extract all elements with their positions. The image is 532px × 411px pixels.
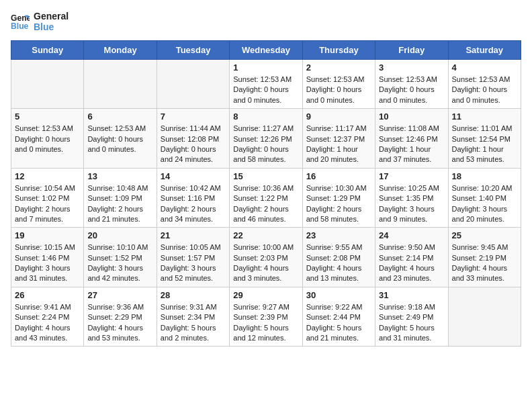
day-info: Sunrise: 10:30 AM Sunset: 1:29 PM Daylig… — [306, 183, 371, 225]
day-number: 1 — [233, 62, 298, 73]
day-number: 20 — [87, 230, 152, 240]
calendar-cell — [157, 60, 229, 109]
day-info: Sunrise: 11:08 AM Sunset: 12:46 PM Dayli… — [379, 124, 444, 165]
day-number: 10 — [379, 111, 444, 122]
calendar-cell: 10Sunrise: 11:08 AM Sunset: 12:46 PM Day… — [375, 109, 448, 169]
day-number: 11 — [452, 111, 517, 122]
calendar-cell: 3Sunset: 12:53 AM Daylight: 0 hours and … — [375, 60, 448, 109]
day-number: 9 — [306, 111, 371, 122]
day-info: Sunrise: 10:10 AM Sunset: 1:52 PM Daylig… — [87, 242, 152, 284]
day-info: Sunrise: 10:48 AM Sunset: 1:09 PM Daylig… — [87, 183, 152, 225]
calendar-cell: 9Sunrise: 11:17 AM Sunset: 12:37 PM Dayl… — [302, 109, 375, 169]
calendar-cell: 16Sunrise: 10:30 AM Sunset: 1:29 PM Dayl… — [302, 168, 375, 228]
weekday-header-monday: Monday — [84, 41, 157, 60]
day-number: 25 — [452, 230, 517, 240]
calendar-cell: 28Sunrise: 9:31 AM Sunset: 2:34 PM Dayli… — [157, 287, 229, 347]
calendar-cell: 13Sunrise: 10:48 AM Sunset: 1:09 PM Dayl… — [84, 168, 157, 228]
day-info: Sunrise: 9:18 AM Sunset: 2:49 PM Dayligh… — [379, 302, 444, 344]
calendar-cell: 27Sunrise: 9:36 AM Sunset: 2:29 PM Dayli… — [84, 287, 157, 347]
calendar-week-row: 12Sunrise: 10:54 AM Sunset: 1:02 PM Dayl… — [11, 168, 521, 228]
day-number: 22 — [233, 230, 298, 240]
page-header: General Blue General Blue — [11, 11, 521, 32]
logo-line2: Blue — [34, 21, 69, 32]
day-info: Sunrise: 9:50 AM Sunset: 2:14 PM Dayligh… — [379, 242, 444, 284]
day-info: Sunrise: 9:36 AM Sunset: 2:29 PM Dayligh… — [87, 302, 152, 344]
calendar-cell: 21Sunrise: 10:05 AM Sunset: 1:57 PM Dayl… — [157, 228, 229, 287]
calendar-cell — [11, 60, 84, 109]
day-number: 4 — [452, 62, 517, 73]
calendar-cell: 1Sunset: 12:53 AM Daylight: 0 hours and … — [230, 60, 302, 109]
day-number: 27 — [87, 290, 152, 300]
day-info: Sunset: 12:53 AM Daylight: 0 hours and 0… — [15, 124, 80, 154]
day-number: 15 — [233, 171, 298, 181]
day-info: Sunrise: 10:36 AM Sunset: 1:22 PM Daylig… — [233, 183, 298, 225]
calendar-cell: 14Sunrise: 10:42 AM Sunset: 1:16 PM Dayl… — [157, 168, 229, 228]
day-info: Sunset: 12:53 AM Daylight: 0 hours and 0… — [87, 124, 152, 154]
day-number: 18 — [452, 171, 517, 181]
calendar-cell: 17Sunrise: 10:25 AM Sunset: 1:35 PM Dayl… — [375, 168, 448, 228]
day-number: 19 — [15, 230, 80, 240]
weekday-header-saturday: Saturday — [448, 41, 521, 60]
calendar-cell: 25Sunrise: 9:45 AM Sunset: 2:19 PM Dayli… — [448, 228, 521, 287]
calendar-week-row: 1Sunset: 12:53 AM Daylight: 0 hours and … — [11, 60, 521, 109]
day-info: Sunrise: 10:15 AM Sunset: 1:46 PM Daylig… — [15, 242, 80, 284]
day-number: 13 — [87, 171, 152, 181]
calendar-week-row: 26Sunrise: 9:41 AM Sunset: 2:24 PM Dayli… — [11, 287, 521, 347]
day-number: 14 — [161, 171, 226, 181]
day-info: Sunrise: 9:45 AM Sunset: 2:19 PM Dayligh… — [452, 242, 517, 284]
day-info: Sunrise: 9:31 AM Sunset: 2:34 PM Dayligh… — [161, 302, 226, 344]
calendar-cell: 29Sunrise: 9:27 AM Sunset: 2:39 PM Dayli… — [230, 287, 302, 347]
day-number: 17 — [379, 171, 444, 181]
day-number: 12 — [15, 171, 80, 181]
weekday-header-friday: Friday — [375, 41, 448, 60]
calendar-cell: 4Sunset: 12:53 AM Daylight: 0 hours and … — [448, 60, 521, 109]
calendar-cell: 15Sunrise: 10:36 AM Sunset: 1:22 PM Dayl… — [230, 168, 302, 228]
logo-icon: General Blue — [11, 12, 30, 31]
weekday-header-row: SundayMondayTuesdayWednesdayThursdayFrid… — [11, 41, 521, 60]
day-number: 29 — [233, 290, 298, 300]
day-number: 24 — [379, 230, 444, 240]
day-info: Sunrise: 9:55 AM Sunset: 2:08 PM Dayligh… — [306, 242, 371, 284]
day-number: 6 — [87, 111, 152, 122]
calendar-cell: 20Sunrise: 10:10 AM Sunset: 1:52 PM Dayl… — [84, 228, 157, 287]
day-number: 31 — [379, 290, 444, 300]
day-info: Sunrise: 10:00 AM Sunset: 2:03 PM Daylig… — [233, 242, 298, 284]
day-number: 5 — [15, 111, 80, 122]
calendar-cell — [448, 287, 521, 347]
day-info: Sunrise: 11:17 AM Sunset: 12:37 PM Dayli… — [306, 124, 371, 165]
day-info: Sunrise: 11:27 AM Sunset: 12:26 PM Dayli… — [233, 124, 298, 165]
day-info: Sunrise: 9:22 AM Sunset: 2:44 PM Dayligh… — [306, 302, 371, 344]
calendar-cell: 6Sunset: 12:53 AM Daylight: 0 hours and … — [84, 109, 157, 169]
calendar-cell: 12Sunrise: 10:54 AM Sunset: 1:02 PM Dayl… — [11, 168, 84, 228]
logo: General Blue General Blue — [11, 11, 69, 32]
calendar-cell: 31Sunrise: 9:18 AM Sunset: 2:49 PM Dayli… — [375, 287, 448, 347]
calendar-week-row: 5Sunset: 12:53 AM Daylight: 0 hours and … — [11, 109, 521, 169]
calendar-cell: 5Sunset: 12:53 AM Daylight: 0 hours and … — [11, 109, 84, 169]
day-number: 7 — [161, 111, 226, 122]
day-info: Sunrise: 9:27 AM Sunset: 2:39 PM Dayligh… — [233, 302, 298, 344]
day-info: Sunrise: 10:25 AM Sunset: 1:35 PM Daylig… — [379, 183, 444, 225]
svg-text:Blue: Blue — [11, 21, 29, 31]
day-info: Sunrise: 10:54 AM Sunset: 1:02 PM Daylig… — [15, 183, 80, 225]
day-info: Sunrise: 11:44 AM Sunset: 12:08 PM Dayli… — [161, 124, 226, 165]
day-number: 23 — [306, 230, 371, 240]
calendar-cell: 30Sunrise: 9:22 AM Sunset: 2:44 PM Dayli… — [302, 287, 375, 347]
day-info: Sunrise: 10:20 AM Sunset: 1:40 PM Daylig… — [452, 183, 517, 225]
calendar-cell — [84, 60, 157, 109]
calendar-cell: 22Sunrise: 10:00 AM Sunset: 2:03 PM Dayl… — [230, 228, 302, 287]
day-info: Sunrise: 10:05 AM Sunset: 1:57 PM Daylig… — [161, 242, 226, 284]
logo-line1: General — [34, 11, 69, 21]
day-number: 21 — [161, 230, 226, 240]
day-info: Sunrise: 10:42 AM Sunset: 1:16 PM Daylig… — [161, 183, 226, 225]
day-number: 28 — [161, 290, 226, 300]
day-number: 3 — [379, 62, 444, 73]
day-number: 30 — [306, 290, 371, 300]
calendar-cell: 7Sunrise: 11:44 AM Sunset: 12:08 PM Dayl… — [157, 109, 229, 169]
day-info: Sunset: 12:53 AM Daylight: 0 hours and 0… — [233, 75, 298, 105]
day-info: Sunrise: 9:41 AM Sunset: 2:24 PM Dayligh… — [15, 302, 80, 344]
day-info: Sunset: 12:53 AM Daylight: 0 hours and 0… — [452, 75, 517, 105]
weekday-header-tuesday: Tuesday — [157, 41, 229, 60]
day-info: Sunset: 12:53 AM Daylight: 0 hours and 0… — [306, 75, 371, 105]
calendar-table: SundayMondayTuesdayWednesdayThursdayFrid… — [11, 40, 521, 347]
calendar-cell: 8Sunrise: 11:27 AM Sunset: 12:26 PM Dayl… — [230, 109, 302, 169]
